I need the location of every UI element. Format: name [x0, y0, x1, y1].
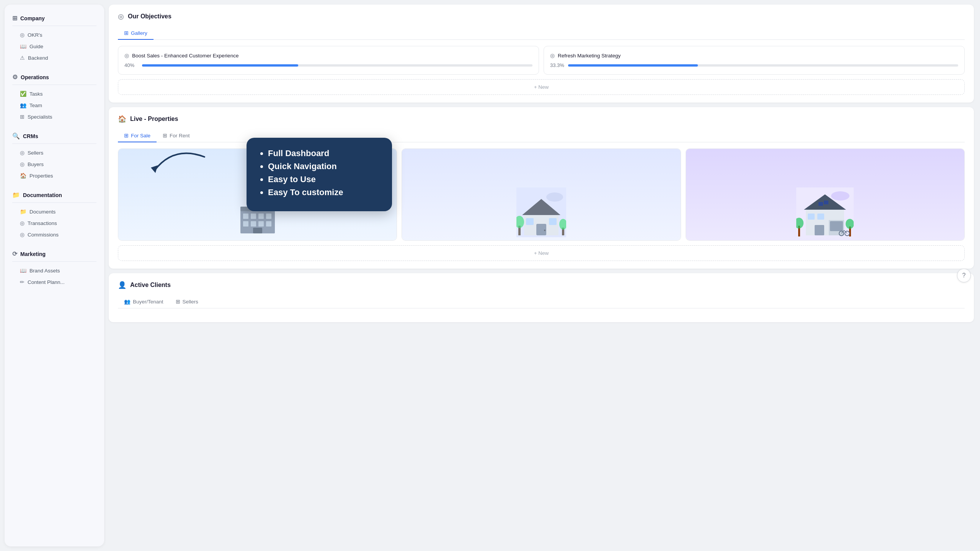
- sellers-icon: ◎: [20, 150, 24, 156]
- sidebar-item-sellers[interactable]: ◎ Sellers: [9, 147, 100, 158]
- guide-icon: 📖: [20, 43, 26, 49]
- sidebar-item-documents[interactable]: 📁 Documents: [9, 206, 100, 217]
- active-clients-title: Active Clients: [130, 282, 171, 289]
- okr-item-2-header: ◎ Refresh Marketing Strategy: [550, 52, 958, 59]
- property-image-3: [686, 149, 964, 240]
- sidebar-section-crms: 🔍 CRMs ◎ Sellers ◎ Buyers 🏠 Properties: [9, 130, 100, 181]
- svg-rect-9: [251, 221, 256, 227]
- transactions-icon: ◎: [20, 220, 24, 226]
- okr-2-icon: ◎: [550, 52, 555, 59]
- okr-2-progress-fill: [568, 64, 698, 67]
- sidebar-section-title-company[interactable]: ⊞ Company: [9, 12, 100, 24]
- for-sale-tab-icon: ⊞: [124, 132, 129, 139]
- sidebar-item-transactions[interactable]: ◎ Transactions: [9, 217, 100, 229]
- properties-title: Live - Properties: [130, 116, 178, 122]
- active-clients-tabs: 👥 Buyer/Tenant ⊞ Sellers: [118, 295, 965, 308]
- sidebar-item-buyers[interactable]: ◎ Buyers: [9, 158, 100, 170]
- okr-1-progress-fill: [142, 64, 298, 67]
- okr-item-2: ◎ Refresh Marketing Strategy 33.3%: [544, 46, 965, 75]
- svg-point-14: [546, 192, 563, 202]
- crms-icon: 🔍: [12, 132, 20, 140]
- sidebar-item-backend[interactable]: ⚠ Backend: [9, 52, 100, 64]
- divider-operations: [12, 85, 96, 85]
- svg-rect-5: [251, 214, 256, 219]
- buyer-tenant-icon: 👥: [124, 298, 131, 305]
- svg-rect-4: [243, 214, 248, 219]
- properties-add-new[interactable]: + New: [118, 245, 965, 261]
- svg-rect-34: [818, 202, 823, 206]
- okr-grid: ◎ Boost Sales - Enhanced Customer Experi…: [118, 46, 965, 75]
- okr-2-progress-row: 33.3%: [550, 62, 958, 68]
- svg-rect-35: [824, 201, 828, 204]
- svg-rect-10: [258, 221, 264, 227]
- backend-icon: ⚠: [20, 55, 25, 61]
- tab-gallery[interactable]: ⊞ Gallery: [118, 27, 154, 40]
- sidebar-item-okrs[interactable]: ◎ OKR's: [9, 29, 100, 41]
- sidebar-item-tasks[interactable]: ✅ Tasks: [9, 88, 100, 99]
- okr-1-icon: ◎: [124, 52, 129, 59]
- sidebar-section-title-operations[interactable]: ⚙ Operations: [9, 71, 100, 83]
- content-plan-icon: ✏: [20, 279, 24, 285]
- sidebar-item-commissions[interactable]: ◎ Commissions: [9, 229, 100, 240]
- svg-point-18: [544, 230, 546, 231]
- sidebar-item-guide[interactable]: 📖 Guide: [9, 41, 100, 52]
- divider-crms: [12, 143, 96, 144]
- property-image-1: [118, 149, 397, 240]
- sidebar-section-company: ⊞ Company ◎ OKR's 📖 Guide ⚠ Backend: [9, 12, 100, 64]
- svg-rect-6: [258, 214, 264, 219]
- buyers-icon: ◎: [20, 161, 24, 167]
- objectives-add-new[interactable]: + New: [118, 79, 965, 95]
- property-card-2: 🏠 456 Elm Avenue, Somewhere City, USA $5…: [402, 148, 681, 241]
- okr-1-progress-bg: [142, 64, 532, 67]
- sidebar: ⊞ Company ◎ OKR's 📖 Guide ⚠ Backend ⚙ Op…: [5, 5, 104, 546]
- operations-icon: ⚙: [12, 73, 18, 81]
- objectives-header: ◎ Our Objectives: [118, 12, 965, 21]
- sidebar-item-content-plan[interactable]: ✏ Content Plann...: [9, 276, 100, 288]
- for-rent-tab-icon: ⊞: [163, 132, 167, 139]
- brand-assets-icon: 📖: [20, 267, 26, 274]
- svg-rect-8: [243, 221, 248, 227]
- svg-rect-19: [526, 218, 534, 225]
- svg-rect-3: [240, 207, 275, 211]
- divider-marketing: [12, 261, 96, 262]
- sidebar-item-properties[interactable]: 🏠 Properties: [9, 170, 100, 181]
- svg-rect-17: [536, 224, 546, 235]
- svg-point-39: [846, 219, 854, 229]
- sidebar-section-operations: ⚙ Operations ✅ Tasks 👥 Team ⊞ Specialist…: [9, 71, 100, 122]
- sidebar-item-brand-assets[interactable]: 📖 Brand Assets: [9, 265, 100, 276]
- okr-1-progress-row: 40%: [124, 62, 532, 68]
- svg-rect-20: [549, 218, 557, 225]
- sidebar-section-marketing: ⟳ Marketing 📖 Brand Assets ✏ Content Pla…: [9, 248, 100, 288]
- sidebar-item-specialists[interactable]: ⊞ Specialists: [9, 111, 100, 122]
- svg-rect-33: [817, 214, 824, 220]
- tab-buyer-tenant[interactable]: 👥 Buyer/Tenant: [118, 295, 170, 308]
- objectives-tabs: ⊞ Gallery: [118, 27, 965, 40]
- sidebar-section-title-marketing[interactable]: ⟳ Marketing: [9, 248, 100, 260]
- sidebar-section-title-documentation[interactable]: 📁 Documentation: [9, 189, 100, 201]
- sidebar-section-title-crms[interactable]: 🔍 CRMs: [9, 130, 100, 142]
- svg-rect-7: [266, 214, 271, 219]
- tasks-icon: ✅: [20, 91, 26, 97]
- properties-section: 🏠 Live - Properties ⊞ For Sale ⊞ For Ren…: [109, 107, 974, 269]
- property-info-1: ⊞ Warehouse Complex $4,000,000.00 3000 f…: [118, 240, 397, 241]
- property-info-2: 🏠 456 Elm Avenue, Somewhere City, USA $5…: [402, 240, 680, 241]
- tab-for-rent[interactable]: ⊞ For Rent: [157, 129, 196, 142]
- svg-rect-32: [808, 214, 815, 220]
- main-content: ◎ Our Objectives ⊞ Gallery ◎ Boost Sales…: [104, 0, 980, 551]
- active-clients-header: 👤 Active Clients: [118, 281, 965, 289]
- divider-company: [12, 26, 96, 26]
- sidebar-item-team[interactable]: 👥 Team: [9, 99, 100, 111]
- documentation-icon: 📁: [12, 191, 20, 199]
- okr-item-1-header: ◎ Boost Sales - Enhanced Customer Experi…: [124, 52, 532, 59]
- objectives-title: Our Objectives: [128, 13, 172, 20]
- help-button[interactable]: ?: [957, 269, 971, 282]
- properties-grid: ⊞ Warehouse Complex $4,000,000.00 3000 f…: [118, 148, 965, 241]
- property-image-2: [402, 149, 680, 240]
- property-card-1: ⊞ Warehouse Complex $4,000,000.00 3000 f…: [118, 148, 397, 241]
- tab-for-sale[interactable]: ⊞ For Sale: [118, 129, 157, 142]
- tab-sellers-clients[interactable]: ⊞ Sellers: [170, 295, 204, 308]
- property-card-3: 🏠 123 Main Street, Anytown, USA $2,000,0…: [686, 148, 965, 241]
- okr-1-percent: 40%: [124, 62, 138, 68]
- svg-rect-31: [815, 225, 824, 235]
- property-info-3: 🏠 123 Main Street, Anytown, USA $2,000,0…: [686, 240, 964, 241]
